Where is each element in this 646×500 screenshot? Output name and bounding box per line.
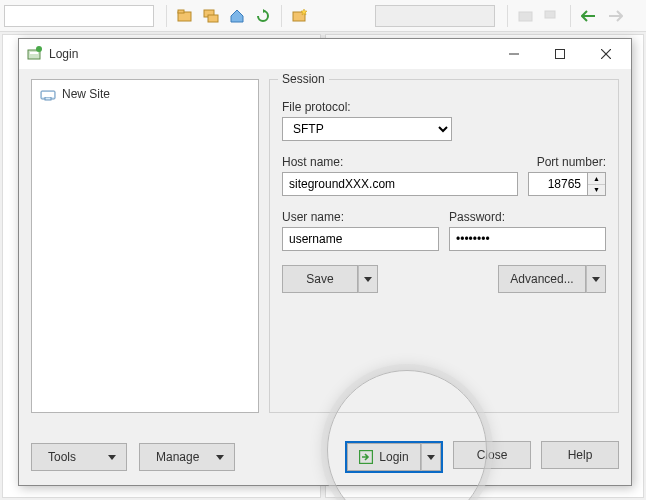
- login-split-button[interactable]: Login: [345, 441, 443, 473]
- manage-button-label: Manage: [156, 450, 199, 464]
- maximize-button[interactable]: [537, 39, 583, 69]
- app-icon: [27, 46, 43, 62]
- tools-split-button[interactable]: Tools: [31, 443, 127, 471]
- titlebar: Login: [19, 39, 631, 69]
- svg-rect-1: [178, 10, 184, 13]
- session-groupbox: Session File protocol: SFTP Host name: P…: [269, 79, 619, 413]
- svg-rect-5: [519, 12, 532, 21]
- folder-star-icon[interactable]: [288, 4, 312, 28]
- site-icon: [40, 86, 56, 102]
- close-button[interactable]: Close: [453, 441, 531, 469]
- svg-rect-15: [45, 97, 51, 100]
- port-spinner[interactable]: ▲▼: [588, 172, 606, 196]
- sites-tree[interactable]: New Site: [31, 79, 259, 413]
- advanced-split-button[interactable]: Advanced...: [498, 265, 606, 293]
- login-icon: [359, 450, 373, 464]
- bg-right-drive-combo[interactable]: [375, 5, 495, 27]
- tools-button-label: Tools: [48, 450, 76, 464]
- port-input[interactable]: [528, 172, 588, 196]
- svg-rect-3: [208, 15, 218, 22]
- login-dialog: Login New Site Session File protocol: SF…: [18, 38, 632, 486]
- chevron-down-icon: [216, 455, 224, 460]
- svg-rect-6: [545, 11, 555, 18]
- save-dropdown-icon[interactable]: [358, 265, 378, 293]
- svg-rect-8: [30, 52, 38, 54]
- host-label: Host name:: [282, 155, 518, 169]
- username-input[interactable]: [282, 227, 439, 251]
- login-dropdown-icon[interactable]: [421, 443, 441, 471]
- svg-rect-11: [556, 50, 565, 59]
- tree-item-new-site[interactable]: New Site: [36, 84, 254, 104]
- help-button[interactable]: Help: [541, 441, 619, 469]
- session-group-title: Session: [278, 72, 329, 86]
- folder-open-icon: [514, 4, 538, 28]
- manage-split-button[interactable]: Manage: [139, 443, 235, 471]
- login-button-label: Login: [379, 450, 408, 464]
- arrow-left-icon[interactable]: [577, 4, 601, 28]
- minimize-button[interactable]: [491, 39, 537, 69]
- advanced-button[interactable]: Advanced...: [498, 265, 586, 293]
- home-icon[interactable]: [225, 4, 249, 28]
- folder-open-icon[interactable]: [173, 4, 197, 28]
- bg-left-drive-combo[interactable]: [4, 5, 154, 27]
- password-input[interactable]: [449, 227, 606, 251]
- folder-tree-icon[interactable]: [199, 4, 223, 28]
- login-button[interactable]: Login: [347, 443, 421, 471]
- save-split-button[interactable]: Save: [282, 265, 378, 293]
- tree-item-label: New Site: [62, 87, 110, 101]
- port-label: Port number:: [537, 155, 606, 169]
- refresh-icon[interactable]: [251, 4, 275, 28]
- svg-point-9: [36, 46, 42, 52]
- user-label: User name:: [282, 210, 439, 224]
- advanced-dropdown-icon[interactable]: [586, 265, 606, 293]
- protocol-select[interactable]: SFTP: [282, 117, 452, 141]
- dialog-title: Login: [49, 47, 491, 61]
- bg-toolbar-top: [0, 0, 646, 32]
- close-window-button[interactable]: [583, 39, 629, 69]
- save-button[interactable]: Save: [282, 265, 358, 293]
- protocol-label: File protocol:: [282, 100, 606, 114]
- chevron-down-icon: [108, 455, 116, 460]
- svg-rect-16: [42, 92, 54, 97]
- folder-tree-icon: [540, 4, 564, 28]
- host-input[interactable]: [282, 172, 518, 196]
- arrow-right-icon: [603, 4, 627, 28]
- password-label: Password:: [449, 210, 606, 224]
